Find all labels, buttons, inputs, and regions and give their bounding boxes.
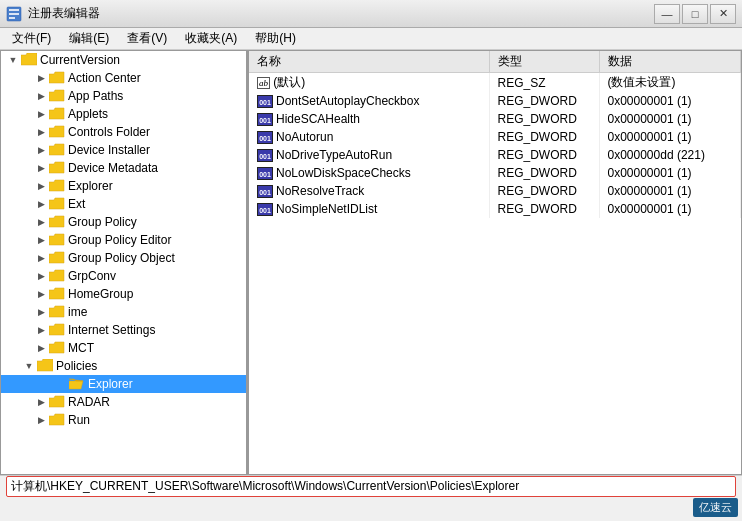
minimize-button[interactable]: — — [654, 4, 680, 24]
close-button[interactable]: ✕ — [710, 4, 736, 24]
tree-item-controlsfolder[interactable]: ▶ Controls Folder — [1, 123, 246, 141]
menu-view[interactable]: 查看(V) — [119, 28, 175, 49]
tree-item-homegroup[interactable]: ▶ HomeGroup — [1, 285, 246, 303]
expander-apppaths[interactable]: ▶ — [33, 88, 49, 104]
table-row[interactable]: 001DontSetAutoplayCheckboxREG_DWORD0x000… — [249, 92, 741, 110]
tree-item-applets[interactable]: ▶ Applets — [1, 105, 246, 123]
cell-name: 001NoDriveTypeAutoRun — [249, 146, 489, 164]
cell-type: REG_DWORD — [489, 128, 599, 146]
menu-help[interactable]: 帮助(H) — [247, 28, 304, 49]
tree-label-grouppolicyobject: Group Policy Object — [68, 251, 175, 265]
svg-marker-9 — [49, 144, 64, 155]
cell-data: 0x00000001 (1) — [599, 182, 741, 200]
cell-name: 001NoSimpleNetIDList — [249, 200, 489, 218]
svg-marker-11 — [49, 180, 64, 191]
expander-run[interactable]: ▶ — [33, 412, 49, 428]
table-row[interactable]: 001NoAutorunREG_DWORD0x00000001 (1) — [249, 128, 741, 146]
expander-radar[interactable]: ▶ — [33, 394, 49, 410]
menu-edit[interactable]: 编辑(E) — [61, 28, 117, 49]
folder-icon-grouppolicy — [49, 215, 65, 229]
svg-rect-3 — [9, 17, 15, 19]
tree-label-actioncenter: Action Center — [68, 71, 141, 85]
menu-bar: 文件(F) 编辑(E) 查看(V) 收藏夹(A) 帮助(H) — [0, 28, 742, 50]
svg-rect-1 — [9, 9, 19, 11]
expander-policies[interactable]: ▼ — [21, 358, 37, 374]
tree-item-deviceinstaller[interactable]: ▶ Device Installer — [1, 141, 246, 159]
svg-marker-25 — [49, 414, 64, 425]
tree-item-ime[interactable]: ▶ ime — [1, 303, 246, 321]
svg-marker-17 — [49, 288, 64, 299]
tree-label-grouppolicyeditor: Group Policy Editor — [68, 233, 171, 247]
table-row[interactable]: 001NoLowDiskSpaceChecksREG_DWORD0x000000… — [249, 164, 741, 182]
col-header-name[interactable]: 名称 — [249, 51, 489, 73]
expander-applets[interactable]: ▶ — [33, 106, 49, 122]
expander-ext[interactable]: ▶ — [33, 196, 49, 212]
tree-item-ext[interactable]: ▶ Ext — [1, 195, 246, 213]
tree-item-currentversion[interactable]: ▼ CurrentVersion — [1, 51, 246, 69]
svg-marker-13 — [49, 216, 64, 227]
tree-item-devicemetadata[interactable]: ▶ Device Metadata — [1, 159, 246, 177]
cell-name: 001HideSCAHealth — [249, 110, 489, 128]
tree-panel[interactable]: ▼ CurrentVersion ▶ Action Center ▶ App P… — [1, 51, 249, 474]
tree-item-policies[interactable]: ▼ Policies — [1, 357, 246, 375]
expander-mct[interactable]: ▶ — [33, 340, 49, 356]
tree-item-explorer[interactable]: ▶ Explorer — [1, 177, 246, 195]
expander-controlsfolder[interactable]: ▶ — [33, 124, 49, 140]
tree-item-grpconv[interactable]: ▶ GrpConv — [1, 267, 246, 285]
main-content: ▼ CurrentVersion ▶ Action Center ▶ App P… — [0, 50, 742, 475]
table-row[interactable]: ab (默认)REG_SZ(数值未设置) — [249, 73, 741, 93]
svg-marker-12 — [49, 198, 64, 209]
tree-item-grouppolicyeditor[interactable]: ▶ Group Policy Editor — [1, 231, 246, 249]
folder-icon-grpconv — [49, 269, 65, 283]
tree-label-currentversion: CurrentVersion — [40, 53, 120, 67]
cell-data: 0x000000dd (221) — [599, 146, 741, 164]
tree-label-ext: Ext — [68, 197, 85, 211]
expander-policies-explorer[interactable] — [53, 376, 69, 392]
table-row[interactable]: 001HideSCAHealthREG_DWORD0x00000001 (1) — [249, 110, 741, 128]
folder-icon-policies — [37, 359, 53, 373]
expander-internetsettings[interactable]: ▶ — [33, 322, 49, 338]
expander-homegroup[interactable]: ▶ — [33, 286, 49, 302]
expander-actioncenter[interactable]: ▶ — [33, 70, 49, 86]
expander-grpconv[interactable]: ▶ — [33, 268, 49, 284]
svg-rect-2 — [9, 13, 19, 15]
tree-item-mct[interactable]: ▶ MCT — [1, 339, 246, 357]
expander-grouppolicyobject[interactable]: ▶ — [33, 250, 49, 266]
col-header-data[interactable]: 数据 — [599, 51, 741, 73]
table-row[interactable]: 001NoResolveTrackREG_DWORD0x00000001 (1) — [249, 182, 741, 200]
expander-devicemetadata[interactable]: ▶ — [33, 160, 49, 176]
tree-item-policies-explorer[interactable]: Explorer — [1, 375, 246, 393]
table-row[interactable]: 001NoDriveTypeAutoRunREG_DWORD0x000000dd… — [249, 146, 741, 164]
folder-icon-ext — [49, 197, 65, 211]
maximize-button[interactable]: □ — [682, 4, 708, 24]
tree-item-grouppolicyobject[interactable]: ▶ Group Policy Object — [1, 249, 246, 267]
tree-item-actioncenter[interactable]: ▶ Action Center — [1, 69, 246, 87]
expander-ime[interactable]: ▶ — [33, 304, 49, 320]
cell-type: REG_DWORD — [489, 182, 599, 200]
expander-currentversion[interactable]: ▼ — [5, 52, 21, 68]
menu-favorites[interactable]: 收藏夹(A) — [177, 28, 245, 49]
tree-item-radar[interactable]: ▶ RADAR — [1, 393, 246, 411]
right-panel[interactable]: 名称 类型 数据 ab (默认)REG_SZ(数值未设置)001DontSetA… — [249, 51, 741, 474]
cell-data: 0x00000001 (1) — [599, 128, 741, 146]
col-header-type[interactable]: 类型 — [489, 51, 599, 73]
tree-item-grouppolicy[interactable]: ▶ Group Policy — [1, 213, 246, 231]
svg-marker-24 — [49, 396, 64, 407]
folder-icon-controlsfolder — [49, 125, 65, 139]
tree-item-apppaths[interactable]: ▶ App Paths — [1, 87, 246, 105]
status-bar: 计算机\HKEY_CURRENT_USER\Software\Microsoft… — [0, 475, 742, 497]
expander-grouppolicy[interactable]: ▶ — [33, 214, 49, 230]
menu-file[interactable]: 文件(F) — [4, 28, 59, 49]
svg-marker-10 — [49, 162, 64, 173]
svg-marker-5 — [49, 72, 64, 83]
cell-type: REG_DWORD — [489, 92, 599, 110]
table-row[interactable]: 001NoSimpleNetIDListREG_DWORD0x00000001 … — [249, 200, 741, 218]
expander-explorer[interactable]: ▶ — [33, 178, 49, 194]
cell-name: ab (默认) — [249, 73, 489, 93]
tree-item-run[interactable]: ▶ Run — [1, 411, 246, 429]
cell-data: 0x00000001 (1) — [599, 92, 741, 110]
expander-deviceinstaller[interactable]: ▶ — [33, 142, 49, 158]
folder-icon-explorer — [49, 179, 65, 193]
expander-grouppolicyeditor[interactable]: ▶ — [33, 232, 49, 248]
tree-item-internetsettings[interactable]: ▶ Internet Settings — [1, 321, 246, 339]
